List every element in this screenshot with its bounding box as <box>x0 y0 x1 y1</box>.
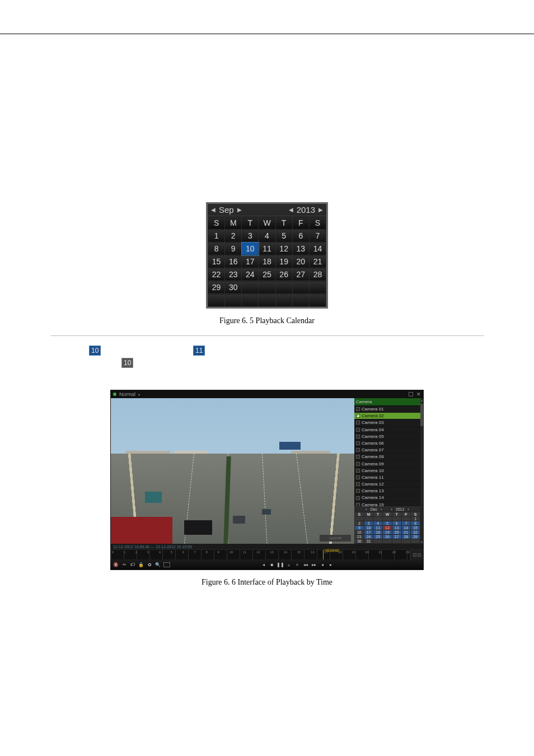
mini-cal-day[interactable]: 25 <box>373 535 383 539</box>
forward-button[interactable]: ▸▸ <box>311 562 317 567</box>
mini-cal-day[interactable]: 19 <box>383 530 392 535</box>
lock-button[interactable]: 🔒 <box>138 562 144 567</box>
camera-checkbox[interactable] <box>356 435 360 438</box>
camera-row[interactable]: Camera 09 <box>354 461 420 468</box>
camera-row[interactable]: Camera 03 <box>354 419 420 426</box>
mini-cal-day[interactable]: 1 <box>411 517 420 521</box>
mini-cal-day[interactable]: 7 <box>401 521 411 526</box>
pause-button[interactable]: ❚❚ <box>278 562 283 567</box>
calendar-day[interactable]: 8 <box>208 242 225 255</box>
calendar-day[interactable]: 30 <box>225 281 242 294</box>
calendar-day[interactable]: 25 <box>259 268 275 281</box>
calendar-day[interactable]: 4 <box>259 230 275 242</box>
next-day-button[interactable]: ▸ <box>328 562 334 567</box>
close-icon[interactable]: ✕ <box>416 391 421 397</box>
calendar-day[interactable]: 23 <box>225 268 242 281</box>
mute-button[interactable]: 🔇 <box>113 562 119 567</box>
calendar-day[interactable]: 2 <box>225 230 242 242</box>
mini-cal-day[interactable]: 9 <box>355 526 364 530</box>
calendar-day[interactable]: 5 <box>275 230 292 242</box>
mini-cal-day[interactable]: 2 <box>355 521 364 526</box>
mini-cal-day[interactable]: 31 <box>364 539 373 544</box>
mini-cal-day[interactable]: 16 <box>355 530 364 535</box>
camera-checkbox[interactable] <box>356 428 360 432</box>
rewind-button[interactable]: ◂◂ <box>303 562 308 567</box>
camera-checkbox[interactable] <box>356 441 360 445</box>
mini-cal-day[interactable]: 15 <box>411 526 420 530</box>
mini-cal-day[interactable]: 26 <box>383 535 392 539</box>
camera-checkbox[interactable] <box>356 462 360 466</box>
calendar-day[interactable]: 28 <box>309 268 326 281</box>
slow-button[interactable]: ▵ <box>286 562 292 567</box>
camera-row[interactable]: Camera 02 <box>354 413 420 419</box>
playback-timeline[interactable]: 01234567891011121314151617181920212223 1… <box>111 549 423 559</box>
mini-cal-day[interactable]: 22 <box>411 530 420 535</box>
camera-row[interactable]: Camera 01 <box>354 406 420 413</box>
mini-cal-day[interactable]: 18 <box>373 530 383 535</box>
mini-cal-day[interactable]: 13 <box>392 526 401 530</box>
camera-checkbox[interactable] <box>356 448 360 452</box>
camera-checkbox[interactable] <box>356 469 360 473</box>
mini-cal-day[interactable]: 17 <box>364 530 373 535</box>
clip-button[interactable]: ✂ <box>121 562 127 567</box>
calendar-day[interactable]: 18 <box>259 255 275 268</box>
calendar-day[interactable]: 7 <box>309 230 326 242</box>
calendar-day[interactable]: 21 <box>309 255 326 268</box>
calendar-day[interactable]: 19 <box>275 255 292 268</box>
mini-prev-month-icon[interactable]: ‹ <box>366 507 367 511</box>
stop-button[interactable]: ■ <box>269 562 275 567</box>
camera-row[interactable]: Camera 06 <box>354 440 420 447</box>
camera-row[interactable]: Camera 04 <box>354 427 420 433</box>
mini-cal-day[interactable]: 29 <box>411 535 420 539</box>
calendar-day[interactable]: 22 <box>208 268 225 281</box>
mini-cal-day[interactable]: 14 <box>401 526 411 530</box>
camera-checkbox[interactable] <box>356 414 360 418</box>
calendar-day[interactable]: 17 <box>242 255 259 268</box>
layout-button[interactable] <box>409 392 413 396</box>
calendar-day[interactable]: 20 <box>292 255 309 268</box>
prev-year-icon[interactable]: ◀ <box>289 207 293 213</box>
zoom-in-button[interactable] <box>418 553 421 557</box>
calendar-day[interactable]: 11 <box>259 242 275 255</box>
camera-checkbox[interactable] <box>356 482 360 486</box>
prev-month-icon[interactable]: ◀ <box>211 207 216 213</box>
scrollbar-thumb[interactable] <box>420 404 423 426</box>
video-view[interactable]: CarDVR <box>111 398 354 544</box>
camera-row[interactable]: Camera 10 <box>354 468 420 474</box>
calendar-day[interactable]: 15 <box>208 255 225 268</box>
calendar-day[interactable]: 13 <box>292 242 309 255</box>
calendar-day[interactable]: 9 <box>225 242 242 255</box>
camera-checkbox[interactable] <box>356 455 360 459</box>
calendar-day[interactable]: 24 <box>242 268 259 281</box>
dropdown-icon[interactable]: ▾ <box>138 393 140 396</box>
mini-cal-day[interactable]: 3 <box>364 521 373 526</box>
camera-row[interactable]: Camera 08 <box>354 454 420 460</box>
camera-checkbox[interactable] <box>356 496 360 500</box>
mini-cal-day[interactable]: 21 <box>401 530 411 535</box>
mini-cal-day[interactable]: 12 <box>383 526 392 530</box>
calendar-day[interactable]: 26 <box>275 268 292 281</box>
prev-day-button[interactable]: ◂ <box>320 562 325 567</box>
camera-row[interactable]: Camera 05 <box>354 433 420 440</box>
camera-checkbox[interactable] <box>356 475 360 479</box>
mini-cal-day[interactable]: 20 <box>392 530 401 535</box>
smart-search-button[interactable] <box>163 562 170 567</box>
camera-row[interactable]: Camera 15 <box>354 502 420 506</box>
calendar-day[interactable]: 27 <box>292 268 309 281</box>
camera-row[interactable]: Camera 11 <box>354 474 420 481</box>
mini-cal-day[interactable]: 11 <box>373 526 383 530</box>
calendar-day[interactable]: 3 <box>242 230 259 242</box>
mini-cal-day[interactable]: 23 <box>355 535 364 539</box>
calendar-day[interactable]: 6 <box>292 230 309 242</box>
mini-cal-day[interactable]: 10 <box>364 526 373 530</box>
mini-cal-day[interactable]: 24 <box>364 535 373 539</box>
camera-checkbox[interactable] <box>356 421 360 424</box>
camera-row[interactable]: Camera 07 <box>354 447 420 454</box>
mini-next-month-icon[interactable]: › <box>381 507 382 511</box>
timeline-marker[interactable] <box>323 550 324 559</box>
camera-row[interactable]: Camera 13 <box>354 488 420 494</box>
next-year-icon[interactable]: ▶ <box>318 207 323 213</box>
fast-button[interactable]: ▿ <box>294 562 300 567</box>
next-month-icon[interactable]: ▶ <box>237 207 242 213</box>
calendar-day[interactable]: 16 <box>225 255 242 268</box>
